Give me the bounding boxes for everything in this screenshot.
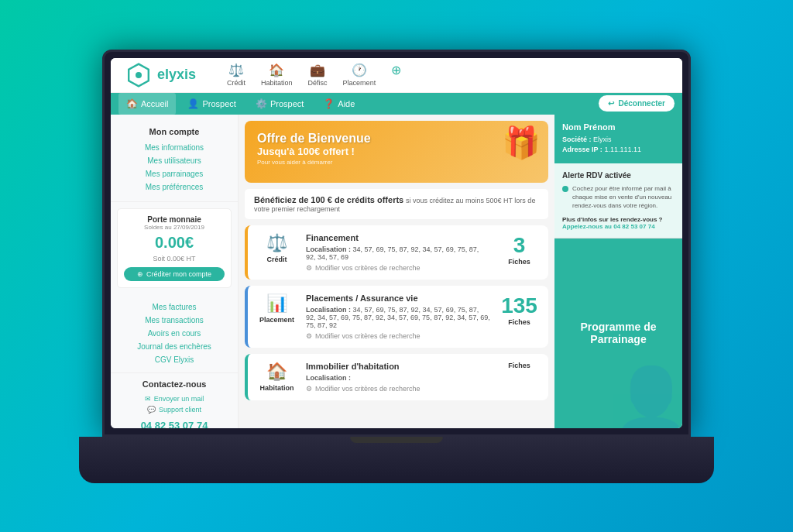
- laptop-base: [79, 437, 714, 483]
- placement-count-area: 135 Fiches: [498, 293, 541, 326]
- laptop-screen: elyxis ⚖️ Crédit 🏠 Habitation 💼 Défisc: [102, 50, 691, 437]
- deconnect-label: Déconnecter: [618, 99, 665, 108]
- porte-monnaie-amount: 0.00€: [124, 234, 225, 252]
- contact-support-label: Support client: [159, 406, 201, 414]
- deconnect-icon: ↩: [608, 99, 614, 108]
- nav-prospect2[interactable]: ⚙️ Prospect: [248, 93, 311, 115]
- topnav-habitation[interactable]: 🏠 Habitation: [261, 63, 293, 87]
- nav-accueil[interactable]: 🏠 Accueil: [118, 93, 176, 115]
- help-icon: ❓: [323, 98, 335, 109]
- top-nav-icons: ⚖️ Crédit 🏠 Habitation 💼 Défisc 🕐 Placem…: [227, 63, 401, 87]
- porte-monnaie-ht: Soit 0.00€ HT: [124, 255, 225, 263]
- sidebar: Mon compte Mes informations Mes utilisat…: [111, 115, 239, 428]
- parrainage-line1: Programme de: [580, 321, 656, 333]
- immo-count-label: Fiches: [498, 362, 541, 369]
- nav-aide[interactable]: ❓ Aide: [315, 93, 362, 115]
- credit-gavel-icon: ⚖️: [266, 233, 287, 253]
- crediter-button[interactable]: ⊕ Créditer mon compte: [124, 267, 225, 281]
- immo-card: 🏠 Habitation Immobilier d'habitation Loc…: [245, 354, 548, 400]
- sidebar-link-utilisateurs[interactable]: Mes utilisateurs: [111, 154, 238, 167]
- adresse-label: Adresse IP :: [562, 146, 602, 153]
- cards-area: ⚖️ Crédit Financement Localisation : 34,…: [245, 225, 548, 400]
- alerte-text: Cochez pour être informé par mail à chaq…: [572, 184, 675, 211]
- placement-modify-label: Modifier vos critères de recherche: [315, 332, 421, 340]
- nav-bar: 🏠 Accueil 👤 Prospect ⚙️ Prospect ❓ Aide: [111, 93, 682, 115]
- credit-modify-label: Modifier vos critères de recherche: [315, 264, 421, 272]
- immo-count-area: Fiches: [498, 362, 541, 369]
- societe-value: Elyxis: [593, 136, 612, 143]
- topnav-credit[interactable]: ⚖️ Crédit: [227, 63, 245, 87]
- user-icon: 👤: [187, 98, 199, 109]
- center-content: Offre de Bienvenue Jusqu'à 100€ offert !…: [239, 115, 554, 428]
- alerte-phone: Appelez-nous au 04 82 53 07 74: [562, 223, 675, 230]
- crediter-label: Créditer mon compte: [146, 270, 211, 278]
- placement-count: 135: [498, 293, 541, 318]
- nav-prospect2-label: Prospect: [270, 99, 304, 108]
- placement-location-label: Localisation :: [306, 306, 351, 314]
- immo-label: Habitation: [260, 384, 294, 392]
- sidebar-link-transactions[interactable]: Mes transactions: [111, 314, 238, 327]
- sidebar-link-preferences[interactable]: Mes préférences: [111, 180, 238, 194]
- topnav-defisc-label: Défisc: [308, 79, 328, 87]
- phone-number: 04 82 53 07 74: [117, 420, 232, 428]
- parrainage-line2: Parrainage: [590, 333, 646, 345]
- mon-compte-title: Mon compte: [111, 122, 238, 141]
- user-details: Société : Elyxis Adresse IP : 1.11.111.1…: [562, 135, 675, 156]
- credit-count-label: Fiches: [498, 258, 541, 266]
- credit-icon: ⚖️: [228, 63, 244, 77]
- sidebar-link-journal[interactable]: Journal des enchères: [111, 340, 238, 353]
- placement-card: 📊 Placement Placements / Assurance vie L…: [245, 286, 548, 348]
- nav-aide-label: Aide: [338, 99, 355, 108]
- sidebar-link-informations[interactable]: Mes informations: [111, 141, 238, 154]
- sidebar-link-cgv[interactable]: CGV Elyxis: [111, 353, 238, 366]
- nav-prospect1-label: Prospect: [202, 99, 235, 108]
- support-icon: 💬: [147, 406, 156, 414]
- user-name: Nom Prénom: [562, 122, 675, 132]
- topnav-defisc[interactable]: 💼 Défisc: [308, 63, 328, 87]
- sidebar-link-parrainages[interactable]: Mes parrainages: [111, 167, 238, 180]
- contactez-section: Contactez-nous ✉ Envoyer un mail 💬 Suppo…: [111, 373, 238, 428]
- credit-locations: Localisation : 34, 57, 69, 75, 87, 92, 3…: [306, 245, 490, 261]
- credit-icon-area: ⚖️ Crédit: [256, 233, 298, 263]
- nav-prospect1[interactable]: 👤 Prospect: [180, 93, 243, 115]
- welcome-title: Offre de Bienvenue: [257, 132, 536, 146]
- placement-icon: 🕐: [352, 63, 367, 77]
- placement-count-label: Fiches: [498, 318, 541, 326]
- welcome-desc: Pour vous aider à démarrer: [257, 159, 536, 166]
- radio-dot[interactable]: [562, 186, 568, 192]
- immo-modify-link[interactable]: ⚙ Modifier vos critères de recherche: [306, 385, 490, 393]
- credit-modify-link[interactable]: ⚙ Modifier vos critères de recherche: [306, 264, 490, 272]
- contact-mail-link[interactable]: ✉ Envoyer un mail: [117, 393, 232, 404]
- logo-text: elyxis: [157, 67, 196, 83]
- placement-modify-link[interactable]: ⚙ Modifier vos critères de recherche: [306, 332, 490, 340]
- credit-card: ⚖️ Crédit Financement Localisation : 34,…: [245, 225, 548, 280]
- contact-support-link[interactable]: 💬 Support client: [117, 404, 232, 415]
- sidebar-link-factures[interactable]: Mes factures: [111, 300, 238, 314]
- user-card: Nom Prénom Société : Elyxis Adresse IP :…: [554, 115, 682, 163]
- immo-icon-area: 🏠 Habitation: [256, 362, 298, 392]
- alerte-more: Plus d'infos sur les rendez-vous ?: [562, 216, 675, 223]
- placement-body: Placements / Assurance vie Localisation …: [306, 293, 490, 340]
- gear-small-icon: ⚙: [306, 264, 312, 272]
- gift-icon: 🎁: [502, 125, 541, 161]
- habitation-icon: 🏠: [269, 63, 284, 77]
- sidebar-link-avoirs[interactable]: Avoirs en cours: [111, 327, 238, 340]
- topnav-plus[interactable]: ⊕: [391, 63, 401, 87]
- nav-accueil-label: Accueil: [141, 99, 168, 108]
- topnav-credit-label: Crédit: [227, 79, 245, 87]
- immo-house-icon: 🏠: [266, 362, 287, 382]
- placement-chart-icon: 📊: [266, 293, 287, 314]
- right-panel: Nom Prénom Société : Elyxis Adresse IP :…: [554, 115, 682, 428]
- mon-compte-section: Mon compte Mes informations Mes utilisat…: [111, 115, 238, 202]
- credit-title: Financement: [306, 233, 490, 242]
- beneficiez-bar: Bénéficiez de 100 € de crédits offerts s…: [245, 189, 548, 219]
- topnav-habitation-label: Habitation: [261, 79, 293, 87]
- topnav-placement[interactable]: 🕐 Placement: [343, 63, 376, 87]
- welcome-banner: Offre de Bienvenue Jusqu'à 100€ offert !…: [245, 121, 548, 183]
- credit-body: Financement Localisation : 34, 57, 69, 7…: [306, 233, 490, 272]
- deconnect-button[interactable]: ↩ Déconnecter: [599, 95, 675, 112]
- credit-count-area: 3 Fiches: [498, 233, 541, 266]
- mail-icon: ✉: [145, 395, 151, 403]
- home-icon: 🏠: [126, 98, 138, 109]
- topnav-placement-label: Placement: [343, 79, 376, 87]
